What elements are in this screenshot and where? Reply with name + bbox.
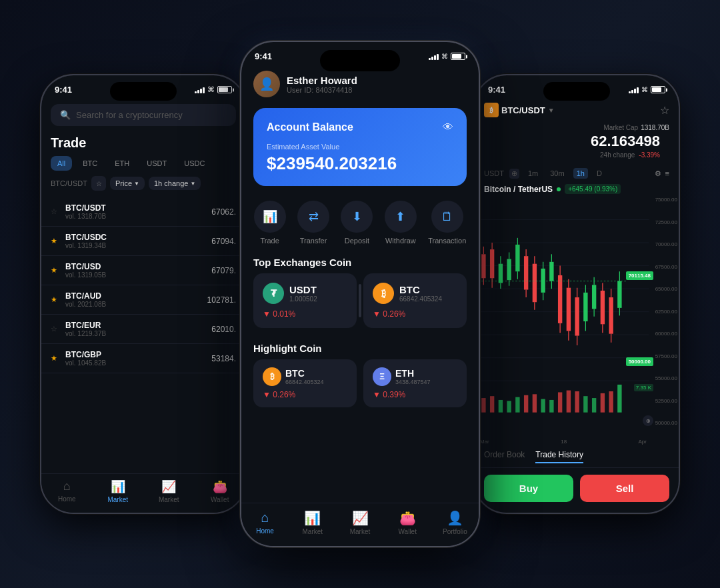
chart-container: 75000.00 72500.00 70000.00 67500.00 6500… bbox=[475, 197, 679, 446]
battery-right bbox=[651, 86, 665, 93]
svg-rect-66 bbox=[533, 394, 537, 412]
btc-highlight-logo: ₿ bbox=[263, 367, 281, 386]
star-icon: ★ bbox=[51, 354, 61, 363]
watchlist-star-btn[interactable]: ☆ bbox=[660, 104, 669, 117]
coin-info: BTC/EUR vol. 1219.37B bbox=[65, 321, 211, 337]
buy-button[interactable]: Buy bbox=[484, 475, 573, 502]
coin-vol: vol. 1319.34B bbox=[65, 242, 211, 249]
c-nav-wallet[interactable]: 👛 Wallet bbox=[384, 510, 431, 535]
list-item[interactable]: ★ BTC/USDC vol. 1319.34B 67094. bbox=[41, 227, 245, 256]
list-item[interactable]: ☆ BTC/USDT vol. 1318.70B 67062. bbox=[41, 197, 245, 227]
price-axis: 75000.00 72500.00 70000.00 67500.00 6500… bbox=[655, 197, 677, 426]
wallet-icon-left: 👛 bbox=[213, 479, 227, 494]
nav-market-2[interactable]: 📈 Market bbox=[143, 479, 195, 503]
chart-settings-btn[interactable]: ⊕ bbox=[643, 415, 653, 426]
tf-30m[interactable]: 30m bbox=[547, 168, 567, 179]
transfer-btn[interactable]: ⇄ Transfer bbox=[297, 201, 329, 245]
sell-button[interactable]: Sell bbox=[580, 475, 669, 502]
top-exchanges-title: Top Exchanges Coin bbox=[241, 250, 479, 273]
svg-rect-29 bbox=[541, 269, 545, 293]
sort-star-btn[interactable]: ☆ bbox=[91, 176, 106, 191]
bottom-nav-center: ⌂ Home 📊 Market 📈 Market 👛 Wallet 👤 bbox=[241, 503, 479, 546]
c-home-label: Home bbox=[256, 527, 274, 535]
tab-tradehistory[interactable]: Trade History bbox=[535, 450, 583, 463]
c-wallet-icon: 👛 bbox=[399, 510, 416, 526]
btc-highlight-card[interactable]: ₿ BTC 66842.405324 ▼ 0.26% bbox=[253, 359, 357, 407]
tab-orderbook[interactable]: Order Book bbox=[484, 450, 525, 463]
big-price: 62.163498 bbox=[484, 133, 669, 151]
coin-price: 102781. bbox=[207, 295, 236, 305]
tab-usdt[interactable]: USDT bbox=[140, 156, 173, 171]
coin-info: BTC/AUD vol. 2021.08B bbox=[65, 291, 207, 308]
usdt-value: 1.000502 bbox=[289, 295, 317, 303]
sort-row: BTC/USDT ☆ Price ▼ 1h change ▼ bbox=[41, 176, 245, 197]
filter-tabs: All BTC ETH USDT USDC bbox=[41, 156, 245, 176]
withdraw-btn[interactable]: ⬆ Withdraw bbox=[385, 201, 417, 245]
c-market-icon-2: 📈 bbox=[352, 510, 369, 526]
usdt-exchange-card[interactable]: ₮ USDT 1.000502 ▼ 0.01% bbox=[253, 273, 357, 328]
c-nav-market-2[interactable]: 📈 Market bbox=[336, 510, 383, 535]
usdt-info: USDT 1.000502 bbox=[289, 284, 317, 303]
coin-pair: BTC/USDT bbox=[65, 203, 211, 213]
user-id: User ID: 840374418 bbox=[287, 86, 467, 94]
chart-type-icon[interactable]: ⚙ bbox=[655, 169, 661, 178]
tab-eth[interactable]: ETH bbox=[108, 156, 136, 171]
tab-btc[interactable]: BTC bbox=[76, 156, 104, 171]
svg-rect-64 bbox=[515, 397, 519, 413]
withdraw-label: Withdraw bbox=[385, 237, 416, 245]
btc-name: BTC bbox=[399, 284, 442, 295]
tab-usdc[interactable]: USDC bbox=[177, 156, 211, 171]
price-label-bottom: 50000.00 bbox=[626, 357, 653, 366]
coin-info: BTC/USDC vol. 1319.34B bbox=[65, 233, 211, 249]
list-item[interactable]: ★ BTC/GBP vol. 1045.82B 53184. bbox=[41, 344, 245, 373]
wifi-center: ⌘ bbox=[441, 53, 448, 60]
eye-icon[interactable]: 👁 bbox=[443, 121, 453, 133]
coin-price: 67094. bbox=[211, 237, 236, 246]
trade-actions: Buy Sell bbox=[475, 468, 679, 513]
pair-icon: ₿ bbox=[484, 103, 499, 117]
search-bar[interactable]: 🔍 Search for a cryptocurrency bbox=[51, 104, 236, 126]
transaction-btn[interactable]: 🗒 Transaction bbox=[428, 201, 466, 245]
chart-header: ₿ BTC/USDT ▼ ☆ bbox=[475, 99, 679, 121]
nav-wallet-left[interactable]: 👛 Wallet bbox=[195, 479, 246, 503]
transfer-icon: ⇄ bbox=[297, 201, 329, 233]
svg-rect-75 bbox=[609, 391, 613, 413]
list-item[interactable]: ☆ BTC/EUR vol. 1219.37B 62010. bbox=[41, 315, 245, 344]
tf-d[interactable]: D bbox=[593, 168, 605, 179]
trade-btn[interactable]: 📊 Trade bbox=[254, 201, 286, 245]
star-icon: ★ bbox=[51, 237, 61, 245]
tf-1m[interactable]: 1m bbox=[525, 168, 541, 179]
nav-home[interactable]: ⌂ Home bbox=[41, 479, 93, 503]
eth-highlight-card[interactable]: Ξ ETH 3438.487547 ▼ 0.39% bbox=[363, 359, 467, 407]
c-nav-market-1[interactable]: 📊 Market bbox=[289, 510, 336, 535]
pair-selector[interactable]: ₿ BTC/USDT ▼ bbox=[484, 103, 555, 117]
status-icons-center: ⌘ bbox=[429, 53, 465, 60]
list-item[interactable]: ★ BTC/USD vol. 1319.05B 67079. bbox=[41, 256, 245, 285]
svg-rect-53 bbox=[609, 297, 613, 334]
dynamic-island-left bbox=[110, 82, 177, 101]
nav-market-1[interactable]: 📊 Market bbox=[93, 479, 144, 503]
signal-left bbox=[195, 87, 205, 93]
star-icon: ★ bbox=[51, 295, 61, 304]
status-icons-right: ⌘ bbox=[629, 86, 665, 93]
price-sort-btn[interactable]: Price ▼ bbox=[110, 177, 145, 190]
indicator-icon[interactable]: ≡ bbox=[665, 169, 669, 178]
btc-exchange-card[interactable]: ₿ BTC 66842.405324 ▼ 0.26% bbox=[363, 273, 467, 328]
nav-market-2-label: Market bbox=[159, 496, 179, 503]
battery-center bbox=[451, 53, 465, 60]
btc-highlight-val: 66842.405324 bbox=[285, 379, 324, 385]
list-item[interactable]: ★ BTC/AUD vol. 2021.08B 102781. bbox=[41, 285, 245, 315]
svg-rect-35 bbox=[558, 275, 562, 323]
highlight-title: Highlight Coin bbox=[241, 336, 479, 359]
svg-rect-44 bbox=[583, 293, 587, 321]
deposit-btn[interactable]: ⬇ Deposit bbox=[341, 201, 373, 245]
right-tab-bar: Order Book Trade History bbox=[475, 446, 679, 468]
change-val: -3.39% bbox=[639, 151, 660, 159]
tf-1h[interactable]: 1h bbox=[573, 168, 588, 179]
time-center: 9:41 bbox=[255, 51, 272, 61]
c-nav-home[interactable]: ⌂ Home bbox=[241, 510, 289, 535]
c-nav-portfolio[interactable]: 👤 Portfolio bbox=[431, 510, 479, 535]
tab-all[interactable]: All bbox=[51, 156, 72, 171]
change-sort-btn[interactable]: 1h change ▼ bbox=[149, 177, 201, 190]
c-portfolio-label: Portfolio bbox=[443, 528, 467, 535]
